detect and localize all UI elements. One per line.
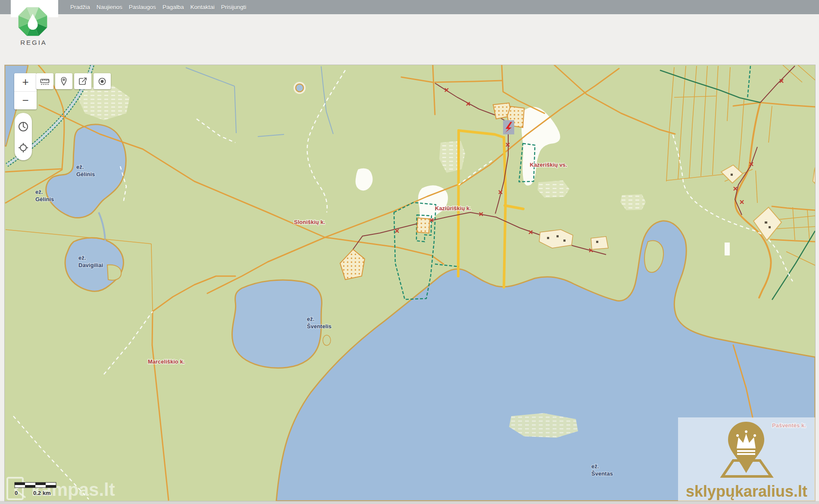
svg-text:Gėlinis: Gėlinis xyxy=(35,196,54,202)
brand-name: REGIA xyxy=(16,39,51,46)
nav-item-paslaugos[interactable]: Paslaugos xyxy=(129,4,156,10)
nav-item-pagalba[interactable]: Pagalba xyxy=(163,4,184,10)
marker-pin-icon xyxy=(59,76,69,87)
sklypukaralius-text: sklypųkaralius.lt xyxy=(686,482,807,500)
history-button[interactable] xyxy=(17,120,30,133)
minus-icon: − xyxy=(22,94,28,107)
svg-text:ež.: ež. xyxy=(591,463,599,470)
substation-icon xyxy=(503,120,514,134)
plus-icon: + xyxy=(22,75,28,89)
label-marceliskio: Marceliškio k. xyxy=(148,358,184,365)
measure-button[interactable] xyxy=(36,73,53,89)
nav-item-pradzia[interactable]: Pradžia xyxy=(70,4,90,10)
sventelis-island xyxy=(323,335,331,345)
zoom-control: + − xyxy=(14,73,37,109)
svg-text:ež.: ež. xyxy=(35,189,43,195)
svg-text:Šventas: Šventas xyxy=(591,470,613,477)
map-canvas[interactable]: Sloniškių k. Kaziūriškių k. Kazeriškių v… xyxy=(5,65,815,501)
zoom-out-button[interactable]: − xyxy=(14,92,37,110)
label-kazeriskiu: Kazeriškių vs. xyxy=(530,162,567,168)
main-menu: Pradžia Naujienos Paslaugos Pagalba Kont… xyxy=(70,0,246,14)
crosshair-button[interactable] xyxy=(18,142,29,153)
nav-item-prisijungti[interactable]: Prisijungti xyxy=(221,4,247,10)
svg-text:ež.: ež. xyxy=(76,164,84,170)
svg-text:ež.: ež. xyxy=(307,316,314,322)
regia-gem-icon xyxy=(16,5,51,38)
share-button[interactable] xyxy=(74,73,91,89)
locate-button[interactable] xyxy=(94,73,111,89)
map-viewport[interactable]: Sloniškių k. Kaziūriškių k. Kazeriškių v… xyxy=(4,65,816,501)
top-navigation-bar: Pradžia Naujienos Paslaugos Pagalba Kont… xyxy=(0,0,819,14)
locate-icon xyxy=(97,76,107,87)
scale-zero: 0 xyxy=(15,490,18,496)
nav-item-naujienos[interactable]: Naujienos xyxy=(97,4,122,10)
regia-logo[interactable]: REGIA xyxy=(16,5,51,46)
zoom-in-button[interactable]: + xyxy=(14,73,37,92)
svg-text:Šventelis: Šventelis xyxy=(307,323,331,330)
regia-map-portal: { "header": { "brand": "REGIA", "nav": [… xyxy=(0,0,819,504)
scale-distance: 0.2 km xyxy=(33,490,50,496)
secondary-tools xyxy=(15,113,32,160)
svg-text:ež.: ež. xyxy=(78,255,86,261)
nav-item-kontaktai[interactable]: Kontaktai xyxy=(190,4,214,10)
pond xyxy=(296,84,303,92)
svg-text:Davigiliai: Davigiliai xyxy=(78,262,103,268)
measure-icon xyxy=(40,76,50,87)
marker-button[interactable] xyxy=(55,73,72,89)
svg-text:Gėlinis: Gėlinis xyxy=(76,171,95,177)
share-icon xyxy=(78,76,88,87)
kampas-watermark: kampas.lt xyxy=(7,478,115,500)
label-sloniskiu: Sloniškių k. xyxy=(294,219,325,225)
sklypukaralius-watermark: sklypųkaralius.lt xyxy=(678,417,815,501)
label-kaziuriskiu: Kaziūriškių k. xyxy=(435,205,471,212)
